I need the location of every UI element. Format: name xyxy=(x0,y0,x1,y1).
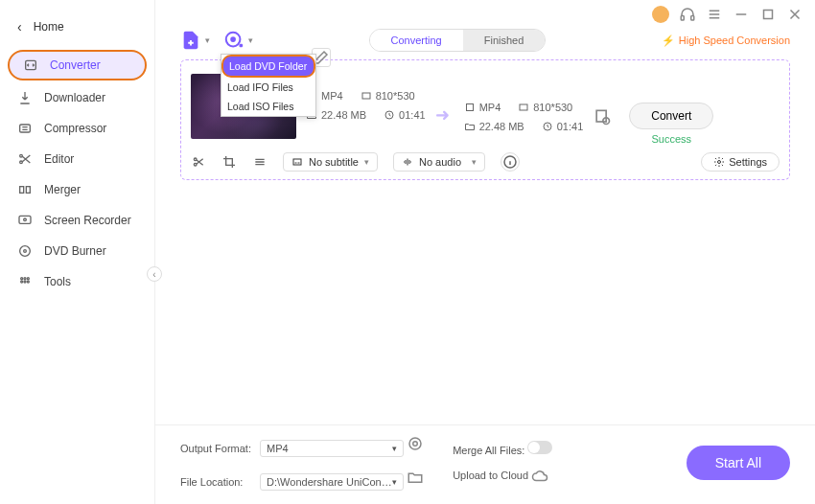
sidebar-item-converter[interactable]: Converter xyxy=(8,50,147,80)
svg-point-7 xyxy=(24,218,27,221)
menu-icon[interactable] xyxy=(706,6,723,23)
svg-point-9 xyxy=(24,250,27,253)
sidebar-item-label: Screen Recorder xyxy=(44,214,131,227)
sidebar-item-label: Converter xyxy=(50,58,101,72)
scissors-icon xyxy=(17,151,33,167)
svg-rect-17 xyxy=(691,16,694,21)
toolbar: ▾ ▾ Load DVD Folder Load IFO Files Load … xyxy=(155,25,815,59)
clock-icon xyxy=(542,121,553,132)
sidebar-item-label: Tools xyxy=(44,275,71,288)
maximize-icon[interactable] xyxy=(759,6,777,23)
file-location-select[interactable]: D:\Wondershare UniConverter 1▾ xyxy=(260,473,404,491)
dst-resolution: 810*530 xyxy=(518,102,572,113)
folder-icon xyxy=(464,121,476,132)
status-text: Success xyxy=(651,133,691,145)
sidebar-item-editor[interactable]: Editor xyxy=(0,144,154,174)
chevron-down-icon: ▾ xyxy=(205,35,210,45)
sidebar-item-dvdburner[interactable]: DVD Burner xyxy=(0,236,154,266)
clock-icon xyxy=(384,109,395,121)
chevron-down-icon: ▾ xyxy=(392,477,397,487)
tab-finished[interactable]: Finished xyxy=(463,30,546,51)
add-file-button[interactable]: ▾ xyxy=(180,30,210,51)
open-folder-button[interactable] xyxy=(407,469,424,486)
svg-rect-5 xyxy=(26,187,30,194)
chevron-down-icon: ▾ xyxy=(364,157,369,167)
add-disc-button[interactable]: ▾ xyxy=(223,30,253,51)
output-format-settings-button[interactable] xyxy=(407,435,424,452)
arrow-right-icon: ➜ xyxy=(435,104,454,126)
dropdown-item-iso-files[interactable]: Load ISO Files xyxy=(221,97,315,116)
home-label: Home xyxy=(34,20,64,34)
effects-button[interactable] xyxy=(252,154,268,170)
svg-rect-6 xyxy=(19,216,31,223)
settings-label: Settings xyxy=(729,156,767,168)
svg-point-20 xyxy=(231,37,235,41)
tab-converting[interactable]: Converting xyxy=(370,30,463,51)
svg-rect-24 xyxy=(466,104,473,111)
close-icon[interactable] xyxy=(786,6,803,23)
subtitle-select[interactable]: No subtitle ▾ xyxy=(283,152,378,172)
chevron-down-icon: ▾ xyxy=(248,35,253,45)
audio-select[interactable]: No audio ▾ xyxy=(393,152,485,172)
output-format-select[interactable]: MP4▾ xyxy=(260,440,404,457)
svg-rect-25 xyxy=(520,104,527,110)
minimize-icon[interactable] xyxy=(733,6,750,23)
svg-point-15 xyxy=(27,281,29,283)
svg-rect-27 xyxy=(596,110,606,122)
output-settings-button[interactable] xyxy=(593,107,612,126)
info-button[interactable] xyxy=(501,152,520,172)
svg-point-35 xyxy=(409,438,421,449)
audio-icon xyxy=(402,156,413,168)
cloud-icon[interactable] xyxy=(531,468,548,485)
sidebar-item-downloader[interactable]: Downloader xyxy=(0,82,154,113)
svg-point-3 xyxy=(20,161,23,164)
target-meta: MP4 810*530 22.48 MB 01:41 xyxy=(464,102,584,132)
sidebar-item-screenrecorder[interactable]: Screen Recorder xyxy=(0,205,154,236)
dst-duration: 01:41 xyxy=(542,121,584,132)
disc-plus-icon xyxy=(223,30,244,51)
film-icon xyxy=(464,102,476,113)
sidebar-item-label: DVD Burner xyxy=(44,244,106,258)
svg-point-29 xyxy=(194,158,197,161)
dst-format: MP4 xyxy=(464,102,501,113)
src-duration: 01:41 xyxy=(384,109,426,121)
compress-icon xyxy=(17,121,33,136)
src-resolution: 810*530 xyxy=(361,90,415,102)
svg-point-10 xyxy=(21,278,23,280)
sidebar-item-label: Compressor xyxy=(44,122,106,135)
sidebar-item-compressor[interactable]: Compressor xyxy=(0,113,154,144)
svg-rect-31 xyxy=(293,159,301,165)
sidebar-item-merger[interactable]: Merger xyxy=(0,174,154,205)
chevron-down-icon: ▾ xyxy=(392,444,397,453)
svg-rect-4 xyxy=(20,187,24,194)
resolution-icon xyxy=(518,102,529,113)
convert-button[interactable]: Convert xyxy=(629,103,713,129)
main-panel: ▾ ▾ Load DVD Folder Load IFO Files Load … xyxy=(155,0,815,504)
subtitle-value: No subtitle xyxy=(309,156,359,168)
dropdown-item-dvd-folder[interactable]: Load DVD Folder xyxy=(221,55,315,78)
screenrecorder-icon xyxy=(17,213,33,228)
sidebar-item-label: Downloader xyxy=(44,91,105,104)
merge-toggle[interactable] xyxy=(527,441,552,454)
dropdown-item-ifo-files[interactable]: Load IFO Files xyxy=(221,78,315,97)
start-all-button[interactable]: Start All xyxy=(687,446,790,480)
grid-icon xyxy=(17,274,33,289)
svg-point-33 xyxy=(718,161,721,164)
task-tabs: Converting Finished xyxy=(369,29,547,52)
footer: Output Format: MP4▾ File Location: D:\Wo… xyxy=(155,424,815,504)
titlebar xyxy=(155,0,815,25)
back-home[interactable]: ‹ Home xyxy=(0,11,154,42)
high-speed-conversion[interactable]: ⚡ High Speed Conversion xyxy=(662,34,790,47)
avatar[interactable] xyxy=(652,6,669,23)
disc-icon xyxy=(17,243,33,259)
crop-button[interactable] xyxy=(221,154,237,170)
svg-point-8 xyxy=(20,246,31,257)
load-disc-dropdown: Load DVD Folder Load IFO Files Load ISO … xyxy=(221,54,316,117)
trim-button[interactable] xyxy=(191,154,206,170)
chevron-left-icon: ‹ xyxy=(17,19,22,34)
headset-icon[interactable] xyxy=(679,6,696,23)
sidebar-item-label: Merger xyxy=(44,183,81,196)
settings-button[interactable]: Settings xyxy=(701,152,780,172)
sidebar-item-tools[interactable]: Tools xyxy=(0,266,154,297)
svg-rect-16 xyxy=(681,16,684,21)
